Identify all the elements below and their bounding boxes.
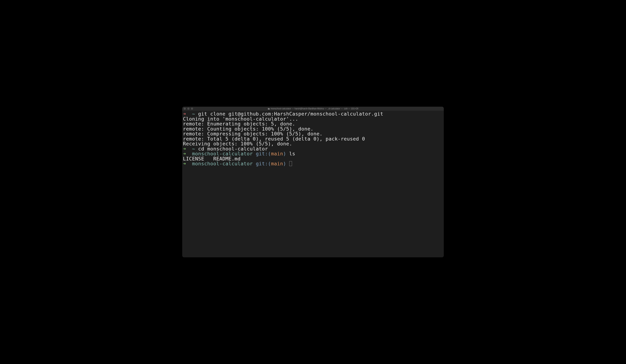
prompt-tilde: ~ bbox=[192, 111, 195, 117]
prompt-arrow: ➜ bbox=[183, 111, 186, 117]
minimize-button[interactable] bbox=[187, 108, 190, 110]
maximize-button[interactable] bbox=[191, 108, 193, 110]
git-label: git:( bbox=[256, 151, 271, 156]
command-text: git clone git@github.com:HarshCasper/mon… bbox=[198, 111, 383, 117]
cursor bbox=[289, 161, 292, 166]
git-branch: main bbox=[271, 161, 283, 166]
window-title: monschool-calculator — harsh@harsh-Bardh… bbox=[268, 108, 358, 110]
terminal-output-line: remote: Counting objects: 100% (5/5), do… bbox=[183, 126, 443, 132]
window-title-text: monschool-calculator — harsh@harsh-Bardh… bbox=[271, 108, 358, 110]
folder-icon bbox=[268, 108, 270, 109]
terminal-output-line: Cloning into 'monschool-calculator'... bbox=[183, 116, 443, 121]
prompt-directory: monschool-calculator bbox=[192, 151, 253, 156]
terminal-output-line: remote: Enumerating objects: 5, done. bbox=[183, 121, 443, 126]
titlebar: monschool-calculator — harsh@harsh-Bardh… bbox=[182, 107, 444, 111]
close-button[interactable] bbox=[184, 108, 186, 110]
prompt-tilde: ~ bbox=[192, 146, 195, 151]
terminal-line: ➜ monschool-calculator git:(main) bbox=[183, 161, 443, 166]
git-paren-close: ) bbox=[283, 161, 286, 166]
prompt-arrow: ➜ bbox=[183, 146, 186, 151]
terminal-body[interactable]: ➜ ~ git clone git@github.com:HarshCasper… bbox=[182, 111, 444, 257]
prompt-arrow: ➜ bbox=[183, 161, 186, 166]
git-label: git:( bbox=[256, 161, 271, 166]
terminal-output-line: remote: Total 5 (delta 0), reused 5 (del… bbox=[183, 136, 443, 142]
git-branch: main bbox=[271, 151, 283, 156]
command-text: cd monschool-calculator bbox=[198, 146, 268, 151]
terminal-output-line: remote: Compressing objects: 100% (5/5),… bbox=[183, 131, 443, 136]
terminal-line: ➜ ~ git clone git@github.com:HarshCasper… bbox=[183, 111, 443, 116]
command-text: ls bbox=[289, 151, 295, 156]
traffic-lights bbox=[184, 108, 193, 110]
git-paren-close: ) bbox=[283, 151, 286, 156]
terminal-output-line: LICENSE README.md bbox=[183, 156, 443, 161]
prompt-arrow: ➜ bbox=[183, 151, 186, 156]
terminal-window: monschool-calculator — harsh@harsh-Bardh… bbox=[182, 107, 444, 257]
terminal-output-line: Receiving objects: 100% (5/5), done. bbox=[183, 141, 443, 146]
terminal-line: ➜ monschool-calculator git:(main) ls bbox=[183, 151, 443, 156]
prompt-directory: monschool-calculator bbox=[192, 161, 253, 166]
terminal-line: ➜ ~ cd monschool-calculator bbox=[183, 146, 443, 151]
